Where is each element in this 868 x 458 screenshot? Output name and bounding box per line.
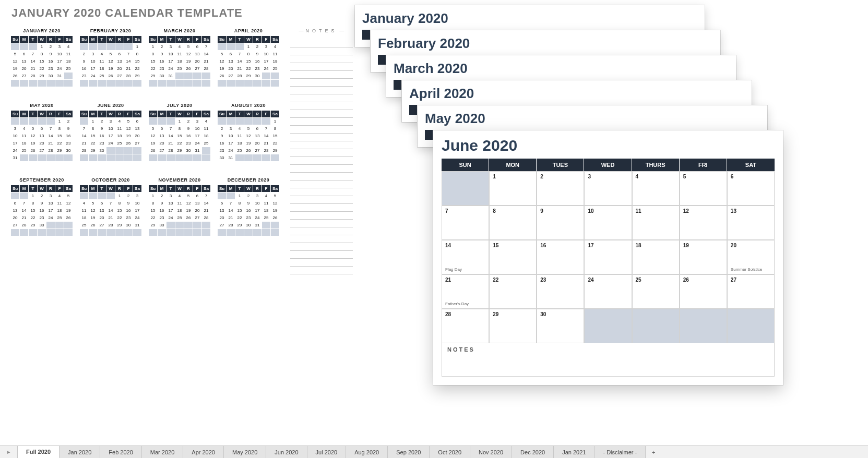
mini-day-cell: 1 [29,192,38,200]
note-line[interactable] [290,71,353,79]
day-cell[interactable]: 11 [632,206,680,240]
note-line[interactable] [290,149,353,157]
sheet-tab[interactable]: - Disclaimer - [594,446,646,458]
note-line[interactable] [290,63,353,71]
mini-day-cell: 12 [149,132,158,140]
note-line[interactable] [290,267,353,274]
day-cell[interactable]: 14Flag Day [442,240,489,274]
day-cell[interactable]: 16 [537,240,584,274]
sheet-tab[interactable]: Sep 2020 [388,446,430,458]
note-line[interactable] [290,134,353,141]
note-line[interactable] [290,188,353,196]
mini-day-cell: 15 [175,132,184,140]
note-line[interactable] [290,94,353,102]
day-cell[interactable]: 13 [727,206,775,240]
sheet-tab[interactable]: Full 2020 [18,446,60,458]
sheet-tab[interactable]: May 2020 [224,446,266,458]
mini-day-cell [149,80,158,87]
sheet-tab[interactable]: Jun 2020 [266,446,307,458]
day-cell[interactable] [584,309,632,343]
day-cell[interactable]: 27 [727,274,775,309]
mini-day-cell: 18 [271,58,280,65]
mini-day-cell [184,73,193,80]
day-cell[interactable] [442,171,489,206]
mini-day-cell: 15 [235,207,244,214]
note-line[interactable] [290,110,353,118]
day-cell[interactable]: 2 [537,171,584,206]
day-cell[interactable]: 20Summer Solstice [727,240,775,274]
note-line[interactable] [290,102,353,110]
day-cell[interactable]: 10 [584,206,632,240]
note-line[interactable] [290,40,353,47]
day-cell[interactable]: 29 [489,309,537,343]
day-cell[interactable]: 25 [632,274,680,309]
mini-day-cell: 20 [11,214,20,222]
mini-dow-header: Sa [271,111,280,118]
mini-dow-header: Sa [271,185,280,192]
note-line[interactable] [290,87,353,94]
day-cell[interactable]: 22 [489,274,537,309]
note-line[interactable] [290,55,353,63]
mini-day-cell: 7 [80,125,89,132]
note-line[interactable] [290,79,353,87]
sheet-tab[interactable]: Dec 2020 [512,446,554,458]
day-cell[interactable]: 23 [537,274,584,309]
day-cell[interactable]: 15 [489,240,537,274]
day-cell[interactable] [727,309,775,343]
note-line[interactable] [290,212,353,220]
sheet-tab[interactable]: Oct 2020 [430,446,470,458]
mini-day-cell: 8 [244,51,253,58]
note-line[interactable] [290,126,353,134]
note-line[interactable] [290,251,353,259]
note-line[interactable] [290,47,353,55]
day-cell[interactable]: 7 [442,206,489,240]
mini-day-cell: 14 [46,132,55,140]
note-line[interactable] [290,157,353,165]
day-cell[interactable]: 3 [584,171,632,206]
day-cell[interactable]: 1 [489,171,537,206]
note-line[interactable] [290,235,353,243]
mini-day-cell: 13 [133,125,142,132]
day-cell[interactable]: 18 [632,240,680,274]
note-line[interactable] [290,204,353,212]
note-line[interactable] [290,259,353,267]
note-line[interactable] [290,118,353,126]
day-cell[interactable]: 26 [680,274,727,309]
day-cell[interactable]: 5 [680,171,727,206]
day-cell[interactable]: 21Father's Day [442,274,489,309]
note-line[interactable] [290,141,353,149]
sheet-tab[interactable]: Nov 2020 [470,446,512,458]
note-line[interactable] [290,220,353,227]
sheet-tab[interactable]: Jul 2020 [307,446,347,458]
day-cell[interactable]: 17 [584,240,632,274]
month-notes-area[interactable]: NOTES [442,343,775,377]
day-cell[interactable]: 6 [727,171,775,206]
day-cell[interactable]: 28 [442,309,489,343]
sheet-tab[interactable]: Feb 2020 [100,446,141,458]
sheet-tab[interactable]: Aug 2020 [346,446,388,458]
add-sheet-button[interactable]: + [646,446,661,458]
note-line[interactable] [290,243,353,251]
note-line[interactable] [290,165,353,173]
day-cell[interactable] [680,309,727,343]
day-cell[interactable] [632,309,680,343]
sheet-tab[interactable]: Jan 2020 [60,446,100,458]
sheet-tab[interactable]: Jan 2021 [554,446,594,458]
mini-day-cell: 26 [11,73,20,80]
day-cell[interactable]: 8 [489,206,537,240]
mini-day-cell: 25 [115,140,124,147]
day-cell[interactable]: 4 [632,171,680,206]
sheet-tab[interactable]: Apr 2020 [183,446,224,458]
note-line[interactable] [290,180,353,188]
note-line[interactable] [290,227,353,235]
tab-scroll-icon[interactable]: ▸ [0,446,18,458]
day-cell[interactable]: 24 [584,274,632,309]
day-cell[interactable]: 30 [537,309,584,343]
note-line[interactable] [290,196,353,204]
mini-dow-header: T [98,185,106,192]
note-line[interactable] [290,173,353,180]
sheet-tab[interactable]: Mar 2020 [142,446,183,458]
day-cell[interactable]: 9 [537,206,584,240]
day-cell[interactable]: 19 [680,240,727,274]
day-cell[interactable]: 12 [680,206,727,240]
